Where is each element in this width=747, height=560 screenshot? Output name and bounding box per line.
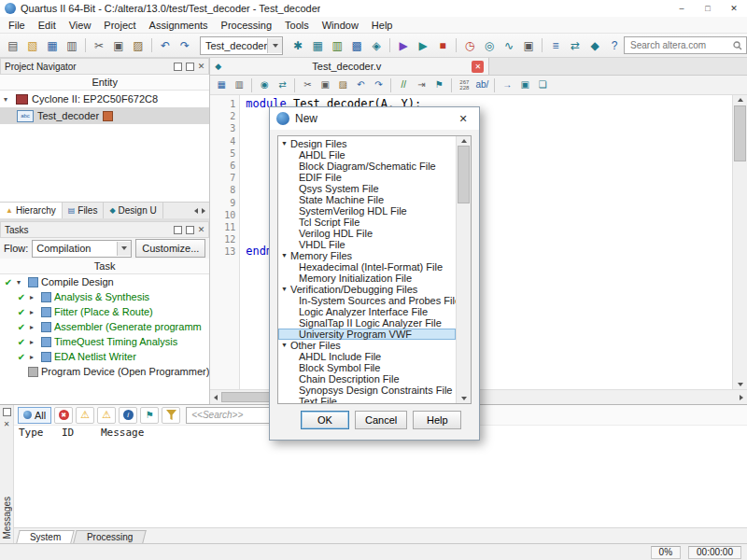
pin-icon[interactable] [174, 226, 182, 234]
timequest-icon[interactable]: ◷ [460, 36, 479, 55]
scroll-right-icon[interactable] [202, 208, 205, 214]
flag-filter-icon[interactable]: ⚑ [140, 407, 159, 424]
scroll-left-icon[interactable] [194, 208, 198, 214]
dialog-item[interactable]: In-System Sources and Probes File [278, 295, 456, 306]
menu-item-file[interactable]: File [2, 17, 32, 33]
scroll-up-icon[interactable] [738, 98, 743, 102]
close-button[interactable]: ✕ [721, 0, 747, 17]
expander-icon[interactable]: ▸ [30, 323, 38, 331]
help-icon[interactable]: ? [605, 36, 624, 55]
char-count-icon[interactable]: 267228 [456, 77, 472, 93]
signaltap-icon[interactable]: ∿ [500, 36, 518, 55]
tab-system[interactable]: System [16, 530, 75, 543]
open-file-icon[interactable]: ▧ [23, 36, 42, 55]
powerplay-icon[interactable]: ◎ [480, 36, 499, 55]
ok-button[interactable]: OK [301, 411, 349, 429]
dialog-item[interactable]: SignalTap II Logic Analyzer File [278, 317, 456, 329]
scroll-left-icon[interactable] [214, 395, 218, 400]
expander-icon[interactable]: ▾ [4, 95, 12, 104]
dialog-item[interactable]: Memory Initialization File [278, 273, 456, 284]
menu-item-window[interactable]: Window [316, 17, 365, 33]
dialog-item[interactable]: Block Diagram/Schematic File [278, 161, 456, 172]
replace-icon[interactable]: ⇄ [274, 77, 290, 93]
expander-icon[interactable]: ▸ [30, 293, 38, 301]
expander-icon[interactable]: ▾ [17, 278, 25, 287]
cut-icon[interactable]: ✂ [299, 77, 316, 93]
pin-icon[interactable] [3, 408, 11, 416]
save-icon[interactable]: ▦ [213, 77, 230, 93]
settings-icon[interactable]: ✱ [289, 36, 307, 55]
print-icon[interactable]: ▥ [63, 36, 81, 55]
pin-icon[interactable] [174, 63, 182, 71]
dialog-item[interactable]: EDIF File [278, 172, 456, 183]
entity-select[interactable]: Test_decoder [200, 36, 283, 55]
convert-data-icon[interactable]: ⇄ [566, 36, 585, 55]
menu-item-view[interactable]: View [63, 17, 98, 33]
dialog-item[interactable]: SystemVerilog HDL File [278, 205, 456, 217]
dialog-item[interactable]: Hexadecimal (Intel-Format) File [278, 261, 456, 273]
close-tab-icon[interactable]: ✕ [472, 61, 484, 73]
cascade-windows-icon[interactable]: ❏ [534, 77, 551, 93]
spell-check-icon[interactable]: ab/ [473, 77, 490, 93]
filter-funnel-icon[interactable] [162, 407, 180, 424]
save-icon[interactable]: ▦ [43, 36, 62, 55]
close-panel-icon[interactable]: ✕ [198, 226, 205, 234]
scroll-up-icon[interactable] [461, 139, 467, 143]
print-icon[interactable]: ▥ [231, 77, 247, 93]
new-file-icon[interactable]: ▤ [4, 36, 22, 55]
warning-filter-icon[interactable]: ⚠ [97, 407, 116, 424]
dialog-item[interactable]: Verilog HDL File [278, 228, 456, 239]
dialog-item[interactable]: Text File [278, 396, 456, 403]
menu-item-edit[interactable]: Edit [32, 17, 63, 33]
float-icon[interactable] [186, 63, 194, 71]
expander-icon[interactable]: ▸ [30, 353, 38, 361]
minimize-button[interactable]: – [669, 0, 695, 17]
undo-icon[interactable]: ↶ [156, 36, 175, 55]
find-icon[interactable]: ◉ [256, 77, 273, 93]
task-row-5[interactable]: ✔▸EDA Netlist Writer [0, 349, 209, 364]
task-row-6[interactable]: Program Device (Open Programmer) [0, 364, 209, 379]
close-panel-icon[interactable]: ✕ [198, 63, 205, 71]
dialog-item[interactable]: Tcl Script File [278, 217, 456, 228]
vertical-scrollbar[interactable] [732, 95, 747, 389]
ip-catalog-icon[interactable]: ◆ [585, 36, 604, 55]
menu-item-project[interactable]: Project [97, 17, 142, 33]
goto-icon[interactable]: → [499, 77, 515, 93]
system-console-icon[interactable]: ▣ [519, 36, 538, 55]
redo-icon[interactable]: ↷ [370, 77, 387, 93]
scroll-right-icon[interactable] [740, 395, 743, 400]
dialog-item[interactable]: Chain Description File [278, 373, 456, 385]
assignment-editor-icon[interactable]: ▦ [308, 36, 327, 55]
task-row-4[interactable]: ✔▸TimeQuest Timing Analysis [0, 334, 209, 349]
search-input[interactable] [628, 39, 730, 51]
dialog-item[interactable]: AHDL File [278, 149, 456, 161]
tab-design-units[interactable]: ◆ Design U [104, 203, 162, 218]
menu-item-help[interactable]: Help [365, 17, 400, 33]
dialog-group[interactable]: ▼Other Files [278, 340, 456, 351]
dialog-group[interactable]: ▼Design Files [278, 138, 456, 149]
indent-icon[interactable]: ⇥ [413, 77, 430, 93]
stop-icon[interactable]: ■ [433, 36, 452, 55]
maximize-button[interactable]: □ [695, 0, 721, 17]
info-filter-icon[interactable]: i [119, 407, 137, 424]
dialog-scrollbar[interactable] [456, 136, 471, 403]
expander-icon[interactable]: ▸ [30, 338, 38, 346]
tree-item-entity[interactable]: abc Test_decoder [0, 107, 209, 124]
start-compilation-icon[interactable]: ▶ [394, 36, 413, 55]
paste-icon[interactable]: ▨ [129, 36, 148, 55]
start-analysis-icon[interactable]: ▶ [414, 36, 432, 55]
task-row-2[interactable]: ✔▸Fitter (Place & Route) [0, 304, 209, 319]
menu-item-processing[interactable]: Processing [215, 17, 278, 33]
dialog-close-icon[interactable]: ✕ [454, 109, 472, 128]
scrollbar-thumb[interactable] [458, 146, 470, 203]
menu-item-assignments[interactable]: Assignments [143, 17, 215, 33]
scrollbar-thumb[interactable] [734, 105, 746, 161]
task-row-0[interactable]: ✔▾Compile Design [0, 274, 209, 289]
copy-icon[interactable]: ▣ [317, 77, 333, 93]
expander-icon[interactable]: ▸ [30, 308, 38, 316]
dialog-item[interactable]: VHDL File [278, 239, 456, 250]
cut-icon[interactable]: ✂ [90, 36, 108, 55]
scroll-down-icon[interactable] [738, 383, 743, 386]
netlist-viewer-icon[interactable]: ◈ [367, 36, 386, 55]
task-row-3[interactable]: ✔▸Assembler (Generate programm [0, 319, 209, 334]
